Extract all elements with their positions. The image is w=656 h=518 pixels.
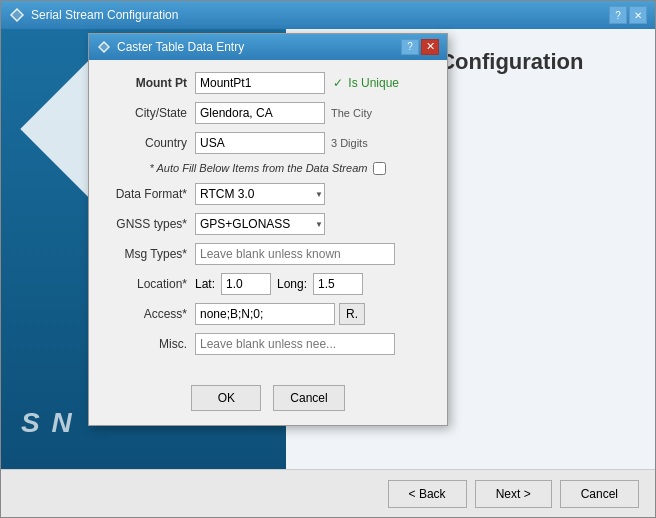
app-icon [9,7,25,23]
caster-dialog: Caster Table Data Entry ? ✕ Mount Pt ✓ [88,33,448,426]
autofill-row: * Auto Fill Below Items from the Data St… [105,162,431,175]
misc-label: Misc. [105,337,195,351]
long-label: Long: [277,277,307,291]
data-format-row: Data Format* RTCM 3.0 RTCM 2.3 RAW NMEA … [105,183,431,205]
back-button[interactable]: < Back [388,480,467,508]
logo-letter: S N [21,407,74,439]
autofill-checkbox[interactable] [373,162,386,175]
location-row: Location* Lat: Long: [105,273,431,295]
check-icon: ✓ [333,76,343,90]
mount-pt-input[interactable] [195,72,325,94]
main-close-button[interactable]: ✕ [629,6,647,24]
main-help-button[interactable]: ? [609,6,627,24]
dialog-footer: OK Cancel [89,375,447,425]
country-row: Country 3 Digits [105,132,431,154]
data-format-label: Data Format* [105,187,195,201]
access-input[interactable] [195,303,335,325]
dialog-body: Mount Pt ✓ Is Unique City/State The City [89,60,447,375]
lat-long-group: Lat: Long: [195,273,363,295]
dialog-icon [97,40,111,54]
data-format-select[interactable]: RTCM 3.0 RTCM 2.3 RAW NMEA [195,183,325,205]
dialog-cancel-button[interactable]: Cancel [273,385,344,411]
long-input[interactable] [313,273,363,295]
lat-label: Lat: [195,277,215,291]
lat-input[interactable] [221,273,271,295]
data-format-dropdown-wrapper: RTCM 3.0 RTCM 2.3 RAW NMEA ▼ [195,183,325,205]
country-input[interactable] [195,132,325,154]
dialog-close-button[interactable]: ✕ [421,39,439,55]
msg-types-input[interactable] [195,243,395,265]
dialog-title-bar: Caster Table Data Entry ? ✕ [89,34,447,60]
city-state-label: City/State [105,106,195,120]
next-button[interactable]: Next > [475,480,552,508]
msg-types-row: Msg Types* [105,243,431,265]
city-state-row: City/State The City [105,102,431,124]
misc-input[interactable] [195,333,395,355]
country-label: Country [105,136,195,150]
gnss-types-row: GNSS types* GPS+GLONASS GPS GLONASS GALI… [105,213,431,235]
bottom-bar: < Back Next > Cancel [1,469,655,517]
main-window: Serial Stream Configuration ? ✕ S N Moun… [0,0,656,518]
misc-row: Misc. [105,333,431,355]
mount-pt-label: Mount Pt [105,76,195,90]
msg-types-label: Msg Types* [105,247,195,261]
city-state-input[interactable] [195,102,325,124]
the-city-hint: The City [331,107,372,119]
gnss-types-dropdown-wrapper: GPS+GLONASS GPS GLONASS GALILEO ▼ [195,213,325,235]
access-label: Access* [105,307,195,321]
is-unique-text: ✓ Is Unique [333,76,399,90]
access-row: Access* R. [105,303,431,325]
main-content: S N Mount Point Configuration stream, th… [1,29,655,469]
dialog-title: Caster Table Data Entry [117,40,244,54]
autofill-label: * Auto Fill Below Items from the Data St… [150,162,368,174]
ok-button[interactable]: OK [191,385,261,411]
dialog-help-button[interactable]: ? [401,39,419,55]
is-unique-label: Is Unique [348,76,399,90]
three-digits-hint: 3 Digits [331,137,368,149]
gnss-types-select[interactable]: GPS+GLONASS GPS GLONASS GALILEO [195,213,325,235]
main-title-bar: Serial Stream Configuration ? ✕ [1,1,655,29]
r-button[interactable]: R. [339,303,365,325]
location-label: Location* [105,277,195,291]
mount-pt-row: Mount Pt ✓ Is Unique [105,72,431,94]
main-title: Serial Stream Configuration [31,8,178,22]
gnss-types-label: GNSS types* [105,217,195,231]
cancel-button[interactable]: Cancel [560,480,639,508]
